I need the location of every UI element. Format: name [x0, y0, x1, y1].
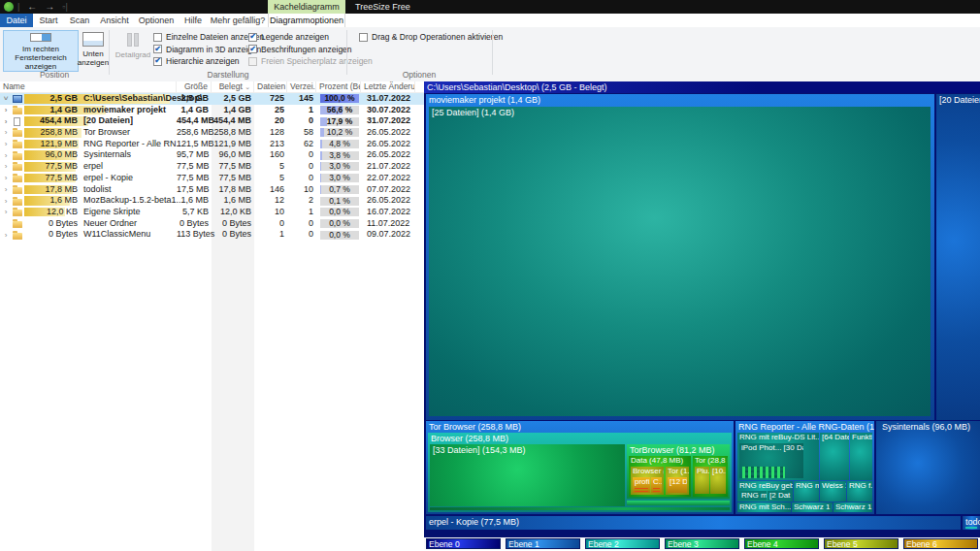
expand-chevron-icon[interactable]: ›	[0, 150, 12, 161]
tile-torbrowser[interactable]: TorBrowser (81,2 MB) Data (47,8 MB) Brow…	[627, 444, 730, 499]
tile-tor-inner[interactable]: Tor (28,8 MB) Plu... [10...	[693, 456, 728, 497]
tile-rng-rebuy-gebraucht[interactable]: RNG reBuy gebr... RNG m... [2 Dat...	[737, 481, 793, 502]
forward-icon[interactable]: →	[45, 0, 54, 14]
expand-chevron-icon[interactable]: ›	[0, 184, 12, 195]
ribbon-checkbox[interactable]: ✔ Drag & Drop Operationen aktivieren	[359, 32, 503, 42]
tab-mehr-gefaellig[interactable]: Mehr gefällig?	[208, 14, 268, 27]
tile-moviemaker-projekt[interactable]: moviemaker projekt (1,4 GB) [25 Dateien]…	[426, 94, 934, 420]
tile-33-dateien[interactable]: [33 Dateien] (154,3 MB)	[430, 444, 625, 506]
tab-scan[interactable]: Scan	[64, 14, 95, 27]
tile-rng-m[interactable]: RNG m...	[739, 491, 767, 501]
tab-ansicht[interactable]: Ansicht	[95, 14, 134, 27]
tab-start[interactable]: Start	[33, 14, 64, 27]
contextual-tab-group[interactable]: Kacheldiagramm	[268, 0, 345, 14]
tile-erpel-kopie[interactable]: erpel - Kopie (77,5 MB)	[426, 516, 961, 530]
tile-profile[interactable]: profi...	[633, 477, 650, 493]
back-icon[interactable]: ←	[27, 0, 37, 14]
table-row[interactable]: › 77,5 MB erpel - Kopie 77,5 MB 77,5 MB …	[0, 173, 424, 184]
tile-weiss-1[interactable]: Weiss 1 ...	[820, 481, 846, 502]
table-row[interactable]: › 77,5 MB erpel 77,5 MB 77,5 MB 5 0 3,0 …	[0, 161, 424, 173]
tile-tor-sub[interactable]: Tor (1... [12 D...	[666, 467, 689, 495]
table-row[interactable]: ˅ 2,5 GB C:\Users\Sebastian\Desktop\ 2,5…	[0, 93, 424, 105]
expand-chevron-icon[interactable]: ˅	[0, 93, 12, 104]
column-header-name[interactable]: Name	[0, 81, 177, 92]
tab-optionen[interactable]: Optionen	[134, 14, 179, 27]
cell-belegt: 96,0 MB	[212, 149, 254, 161]
cell-belegt: 12,0 KB	[212, 207, 254, 218]
table-row[interactable]: › 1,6 MB MozBackup-1.5.2-beta1... 1,6 MB…	[0, 195, 424, 207]
expand-chevron-icon[interactable]: ›	[0, 127, 12, 138]
item-type-icon	[12, 208, 24, 216]
ribbon-checkbox[interactable]: ✔ Freien Speicherplatz anzeigen	[248, 56, 373, 66]
expand-chevron-icon[interactable]: ›	[0, 173, 12, 183]
tile-sysinternals[interactable]: Sysinternals (96,0 MB)	[876, 421, 980, 514]
tile-schwarz-1b[interactable]: Schwarz 1 RN...	[833, 502, 872, 512]
tab-diagrammoptionen[interactable]: Diagrammoptionen	[268, 14, 345, 27]
name-cell: 77,5 MB erpel - Kopie	[24, 173, 177, 184]
cell-belegt: 2,5 GB	[212, 93, 254, 105]
table-row[interactable]: › 258,8 MB Tor Browser 258,6 MB 258,8 MB…	[0, 127, 424, 139]
treemap-root-header[interactable]: C:\Users\Sebastian\Desktop\ (2,5 GB - Be…	[424, 81, 980, 93]
column-header-dateien[interactable]: Dateien	[254, 81, 287, 92]
table-row[interactable]: › 121,9 MB RNG Reporter - Alle RN... 121…	[0, 139, 424, 150]
tile-rng-f[interactable]: RNG f...	[847, 481, 872, 502]
cell-prozent: 0,7 %	[316, 185, 361, 194]
column-header-groesse[interactable]: Größe	[177, 81, 212, 92]
tile-funktion[interactable]: Funktion...	[850, 433, 872, 480]
show-bottom-button[interactable]: Unten anzeigen	[79, 30, 108, 70]
expand-chevron-icon[interactable]: ›	[0, 116, 12, 127]
column-header-verzeichnisse[interactable]: Verzei...	[287, 81, 316, 92]
expand-chevron-icon[interactable]: ›	[0, 196, 12, 207]
item-type-icon	[12, 151, 24, 160]
tile-ipod-photos[interactable]: iPod Phot... [30 Datei...	[739, 443, 803, 478]
tile-rng-rebuy-ds[interactable]: RNG mit reBuy-DS Lit... iPod Phot... [30…	[737, 433, 819, 480]
detail-level-button[interactable]: Detailgrad	[114, 30, 151, 70]
expand-chevron-icon[interactable]: ›	[0, 207, 12, 217]
tile-small-strip[interactable]	[430, 507, 730, 510]
column-header-letzte-aenderung[interactable]: Letzte Änderu...	[361, 81, 415, 92]
expand-chevron-icon[interactable]: ›	[0, 161, 12, 172]
tile-small-strip[interactable]	[627, 501, 730, 505]
column-header-prozent[interactable]: Prozent (Bel...	[316, 81, 361, 92]
expand-chevron-icon[interactable]: ›	[0, 230, 12, 241]
tile-20-dateien[interactable]: [20 Dateien] (454,4 MB)	[936, 94, 980, 420]
table-row[interactable]: › 0 Bytes W11ClassicMenu 113 Bytes 0 Byt…	[0, 229, 424, 241]
tile-2-dateien[interactable]: [2 Dat...	[768, 491, 791, 501]
table-row[interactable]: › 454,4 MB [20 Dateien] 454,4 MB 454,4 M…	[0, 115, 424, 127]
item-name: moviemaker projekt	[83, 105, 166, 116]
tile-plugins[interactable]: Plu...	[695, 467, 709, 494]
tab-datei[interactable]: Datei	[0, 14, 33, 27]
app-logo-icon[interactable]	[4, 2, 14, 12]
ribbon-checkbox[interactable]: ✔ Legende anzeigen	[248, 32, 373, 42]
show-right-panel-button[interactable]: Im rechten Fensterbereich anzeigen	[3, 30, 79, 72]
table-row[interactable]: › 12,0 KB Eigene Skripte 5,7 KB 12,0 KB …	[0, 207, 424, 218]
tile-64-dateien[interactable]: [64 Dateie...	[820, 433, 849, 480]
item-name: [20 Dateien]	[83, 115, 133, 127]
tile-12-dateien[interactable]: [12 D...	[668, 477, 687, 493]
cell-dateien: 213	[254, 139, 287, 150]
tile-tor-browser[interactable]: Tor Browser (258,8 MB) Browser (258,8 MB…	[426, 421, 734, 514]
tile-schwarz-1a[interactable]: Schwarz 1 RN...	[792, 502, 833, 512]
table-row[interactable]: › 96,0 MB Sysinternals 95,7 MB 96,0 MB 1…	[0, 149, 424, 161]
tile-10-dateien[interactable]: [10...	[710, 467, 726, 494]
tile-rng-mi[interactable]: RNG mi...	[794, 481, 819, 502]
tile-c-dir[interactable]: C...	[651, 477, 662, 493]
table-row[interactable]: 0 Bytes Neuer Ordner 0 Bytes 0 Bytes 0 0…	[0, 218, 424, 230]
tile-browser-sub[interactable]: Browser (... profi... C...	[631, 467, 664, 495]
item-name: C:\Users\Sebastian\Desktop\	[83, 93, 203, 105]
tile-todolist[interactable]: todolist	[963, 516, 980, 530]
name-cell: 0 Bytes W11ClassicMenu	[24, 229, 177, 241]
tab-hilfe[interactable]: Hilfe	[179, 14, 208, 27]
tile-data[interactable]: Data (47,8 MB) Browser (... profi... C..…	[629, 456, 691, 497]
table-row[interactable]: › 1,4 GB moviemaker projekt 1,4 GB 1,4 G…	[0, 105, 424, 116]
tile-rng-mit-sch[interactable]: RNG mit Sch...	[737, 502, 791, 512]
column-header-belegt[interactable]: Belegt ⌄	[212, 81, 254, 92]
tile-rng-reporter[interactable]: RNG Reporter - Alle RNG-Daten (121,9 MB)…	[735, 421, 874, 514]
tile-browser[interactable]: Browser (258,8 MB) [33 Dateien] (154,3 M…	[428, 433, 732, 512]
expand-chevron-icon[interactable]: ›	[0, 105, 12, 115]
expand-chevron-icon[interactable]: ›	[0, 139, 12, 149]
tile-moviemaker-25-dateien[interactable]: [25 Dateien] (1,4 GB)	[429, 107, 931, 416]
table-row[interactable]: › 17,8 MB todolist 17,5 MB 17,8 MB 146 1…	[0, 184, 424, 196]
percent-value: 0,0 %	[320, 219, 359, 228]
ribbon-checkbox[interactable]: ✔ Beschriftungen anzeigen	[248, 45, 373, 54]
